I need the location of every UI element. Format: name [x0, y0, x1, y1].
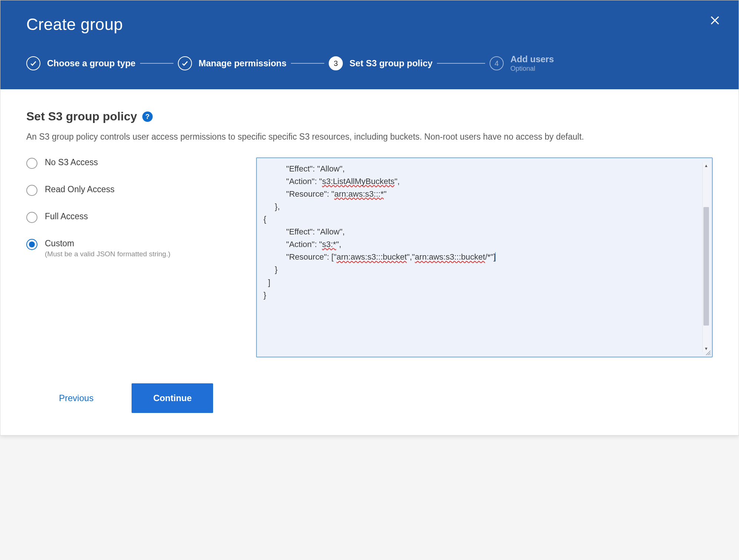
section-title-row: Set S3 group policy ? [26, 110, 713, 123]
step-manage-permissions[interactable]: Manage permissions [178, 56, 286, 70]
policy-row: No S3 Access Read Only Access Full Acces… [26, 157, 713, 357]
check-icon [178, 56, 192, 70]
help-icon[interactable]: ? [142, 111, 153, 122]
section-title: Set S3 group policy [26, 110, 137, 123]
close-icon [710, 15, 720, 26]
step-label-text: Add users [510, 54, 554, 65]
radio-label: Custom [45, 239, 170, 249]
step-label: Manage permissions [199, 58, 286, 69]
step-label: Set S3 group policy [349, 58, 433, 69]
radio-full-access[interactable]: Full Access [26, 211, 245, 223]
step-number: 4 [490, 56, 504, 70]
scroll-thumb[interactable] [703, 207, 709, 326]
radio-icon [26, 185, 37, 196]
policy-radio-group: No S3 Access Read Only Access Full Acces… [26, 157, 245, 274]
step-connector [291, 63, 324, 64]
section-description: An S3 group policy controls user access … [26, 131, 701, 143]
radio-label: Full Access [45, 211, 88, 221]
step-label: Add users Optional [510, 54, 554, 73]
step-connector [140, 63, 173, 64]
radio-custom[interactable]: Custom (Must be a valid JSON formatted s… [26, 239, 245, 258]
previous-button[interactable]: Previous [56, 389, 96, 408]
svg-line-4 [710, 354, 710, 355]
radio-read-only-access[interactable]: Read Only Access [26, 184, 245, 196]
radio-hint: (Must be a valid JSON formatted string.) [45, 250, 170, 258]
radio-label: Read Only Access [45, 184, 115, 194]
modal-footer: Previous Continue [0, 361, 739, 435]
radio-no-s3-access[interactable]: No S3 Access [26, 157, 245, 169]
modal-header: Create group Choose a group type Manage … [0, 0, 739, 89]
close-button[interactable] [706, 11, 724, 29]
radio-icon [26, 239, 37, 250]
radio-label: No S3 Access [45, 157, 98, 167]
check-icon [26, 56, 40, 70]
modal-body: Set S3 group policy ? An S3 group policy… [0, 89, 739, 361]
policy-json-editor[interactable]: "Effect": "Allow", "Action": "s3:ListAll… [256, 157, 713, 357]
radio-icon [26, 212, 37, 223]
step-number: 3 [329, 56, 343, 70]
create-group-modal: Create group Choose a group type Manage … [0, 0, 739, 436]
radio-icon [26, 158, 37, 169]
modal-title: Create group [26, 15, 713, 34]
step-connector [437, 63, 485, 64]
step-set-s3-policy[interactable]: 3 Set S3 group policy [329, 56, 433, 70]
continue-button[interactable]: Continue [132, 383, 213, 413]
resize-handle-icon[interactable] [705, 350, 711, 356]
step-label: Choose a group type [47, 58, 136, 69]
stepper: Choose a group type Manage permissions 3… [26, 54, 713, 89]
step-choose-group-type[interactable]: Choose a group type [26, 56, 136, 70]
editor-content[interactable]: "Effect": "Allow", "Action": "s3:ListAll… [264, 163, 701, 352]
step-sublabel: Optional [510, 65, 554, 73]
scroll-up-icon[interactable]: ▲ [703, 163, 710, 169]
step-add-users[interactable]: 4 Add users Optional [490, 54, 554, 73]
editor-scrollbar[interactable]: ▲ ▼ [702, 163, 710, 352]
